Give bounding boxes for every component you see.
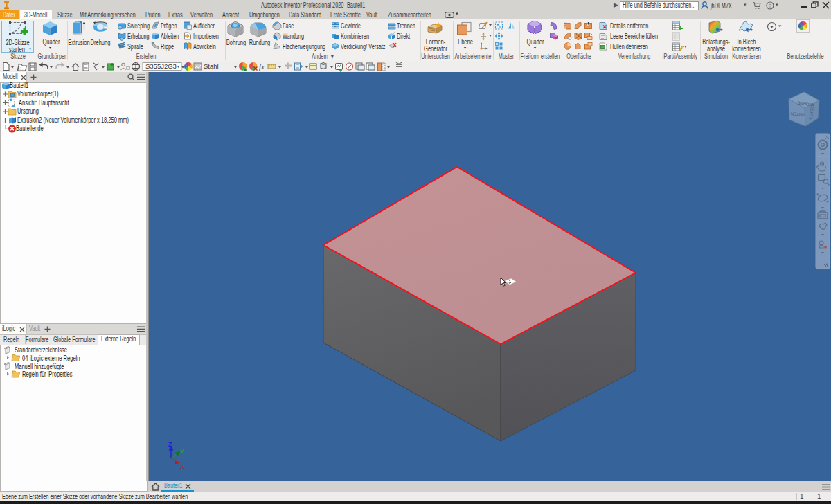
svg-text:fx: fx [259,62,265,71]
svg-text:Z: Z [168,441,172,448]
svg-text:Stahl: Stahl [204,62,219,70]
svg-text:S355J2G3: S355J2G3 [145,62,177,70]
svg-text:?: ? [769,3,772,9]
svg-text:Y: Y [180,448,184,455]
svg-text:X: X [180,463,184,470]
